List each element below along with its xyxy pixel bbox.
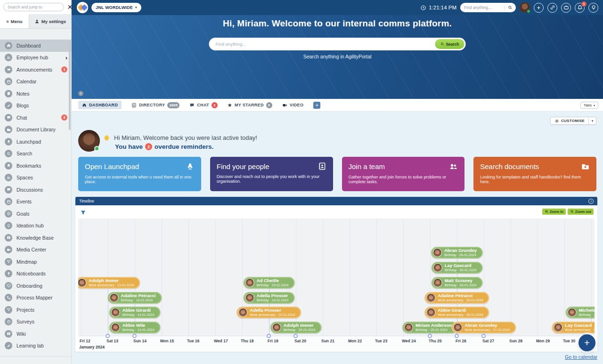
timeline-event[interactable]: Lay GascardWork anniversary · 31-01-2024	[552, 322, 595, 333]
sidebar-item-document-library[interactable]: Document Library	[0, 124, 71, 136]
directory-icon	[131, 103, 137, 108]
add-floating-button[interactable]: +	[579, 334, 595, 351]
topbar-search-input[interactable]	[460, 5, 504, 10]
info-icon[interactable]: i	[588, 199, 594, 204]
zoom-in-label: Zoom in	[550, 210, 563, 214]
avatar[interactable]	[78, 130, 100, 152]
avatar	[272, 323, 281, 332]
add-tab-button[interactable]: +	[313, 102, 320, 109]
sidebar-item-employee-hub[interactable]: Employee hub›	[0, 52, 71, 64]
search-icon[interactable]	[505, 5, 516, 10]
timeline-event[interactable]: Abran GrundeyBirthday · 26-01-2024	[431, 247, 483, 259]
sidebar-tab-menu[interactable]: ≡Menu	[0, 14, 29, 28]
app-logo[interactable]	[77, 2, 88, 13]
timeline-event[interactable]: Adella ProsserBirthday · 19-01-2024	[244, 292, 295, 304]
sidebar-item-chat[interactable]: Chat3	[0, 112, 71, 124]
ideas-button[interactable]	[588, 3, 598, 13]
sidebar-item-mindmap[interactable]: Mindmap	[0, 256, 71, 268]
notifications-button[interactable]: 1	[575, 3, 585, 13]
event-name: Adella Prosser	[257, 293, 289, 299]
sidebar-item-media-center[interactable]: Media Center	[0, 244, 71, 256]
sidebar-item-calendar[interactable]: Calendar	[0, 76, 71, 88]
timeline-event[interactable]: Adaline PetracciBirthday · 14-01-2024	[108, 292, 162, 304]
greeting-reminders[interactable]: You have 2 overdue reminders.	[115, 143, 213, 150]
sidebar-item-announcements[interactable]: Announcements1	[0, 64, 71, 76]
timeline-event[interactable]: Adolph ImmerBirthday · 20-01-2024	[270, 322, 322, 333]
org-switcher[interactable]: JNL WORDLWIDE▾	[91, 3, 141, 12]
quick-cards: Open Launchpad Get access to external to…	[78, 157, 596, 191]
timeline-event[interactable]: Abbie WileBirthday · 14-01-2024	[109, 322, 161, 333]
sidebar-tab-my-settings[interactable]: My settings	[29, 14, 71, 28]
sidebar-item-projects[interactable]: Projects	[0, 304, 71, 316]
avatar	[453, 323, 462, 332]
sidebar-item-learning-lab[interactable]: Learning lab	[0, 340, 71, 352]
timeline-event[interactable]: Adaline PetracciWork anniversary · 26-01…	[424, 292, 489, 304]
quick-links-button[interactable]	[547, 3, 557, 13]
sidebar-item-ideation-hub[interactable]: Ideation hub	[0, 220, 71, 232]
customise-button[interactable]: CUSTOMISE ▾	[550, 117, 596, 125]
sidebar-item-process-mapper[interactable]: Process Mapper	[0, 292, 71, 304]
sidebar-item-surveys[interactable]: Surveys	[0, 316, 71, 328]
zoom-out-icon	[570, 210, 574, 214]
sidebar-item-bookmarks[interactable]: Bookmarks	[0, 160, 71, 172]
sidebar-item-goals[interactable]: Goals	[0, 208, 71, 220]
sidebar-item-notes[interactable]: Notes	[0, 88, 71, 100]
card-search-documents[interactable]: Search documents Looking for templates a…	[473, 157, 596, 191]
sidebar-item-onboarding[interactable]: Onboarding	[0, 280, 71, 292]
chevron-down-icon[interactable]: ▾	[589, 119, 596, 123]
flowchart-icon	[5, 294, 12, 301]
event-name: Abbie Wile	[122, 323, 155, 328]
timeline-chart[interactable]: Adolph ImmerWork anniversary · 13-01-202…	[78, 218, 595, 336]
tab-chat[interactable]: CHAT3	[189, 102, 218, 108]
card-open-launchpad[interactable]: Open Launchpad Get access to external to…	[78, 157, 201, 191]
timeline-event[interactable]: Ad ChettleBirthday · 19-01-2024	[244, 277, 295, 289]
sidebar-item-noticeboards[interactable]: Noticeboards	[0, 268, 71, 280]
zoom-in-button[interactable]: Zoom in	[542, 209, 566, 215]
tab-video[interactable]: VIDEO	[282, 103, 304, 108]
info-icon[interactable]: i	[78, 91, 83, 96]
event-name: Adella Prosser	[250, 308, 295, 313]
hero-search-input[interactable]	[209, 41, 435, 47]
card-find-your-people[interactable]: Find your people Discover and reach out …	[210, 157, 333, 191]
timeline-event[interactable]: Abran GrundeyWork anniversary · 27-01-20…	[451, 322, 516, 333]
notification-badge: 1	[581, 1, 587, 7]
main-content: CUSTOMISE ▾ Hi Miriam, Welcome back you …	[72, 112, 603, 364]
sidebar-item-discussions[interactable]: Discussions	[0, 184, 71, 196]
timeline-event[interactable]: Lay GascardBirthday · 26-01-2024	[432, 262, 483, 274]
timeline-event[interactable]: Michele SaBirthday · 31-01-2024	[566, 307, 595, 318]
hero-search-button[interactable]: Search	[435, 39, 464, 49]
sidebar: × ≡Menu My settings Dashboard Employee h…	[0, 0, 72, 364]
tab-my-starred[interactable]: ★MY STARRED0	[228, 102, 272, 108]
sidebar-item-blogs[interactable]: Blogs	[0, 100, 71, 112]
timeline-event[interactable]: Abbie GirardiWork anniversary · 26-01-20…	[424, 307, 489, 318]
add-button[interactable]	[534, 3, 544, 13]
sidebar-item-events[interactable]: Events	[0, 196, 71, 208]
sidebar-search-input[interactable]	[3, 3, 64, 11]
timeline-event[interactable]: Miriam AndersonBirthday · 25-01-2024	[402, 322, 458, 333]
filter-icon[interactable]	[80, 208, 86, 217]
sidebar-item-knowledge-base[interactable]: Knowledge Base	[0, 232, 71, 244]
workspace-button[interactable]	[561, 3, 571, 13]
tab-dashboard[interactable]: DASHBOARD	[78, 101, 122, 109]
sidebar-item-search[interactable]: Search	[0, 148, 71, 160]
timeline-event[interactable]: Matt ScraneyBirthday · 26-01-2024	[432, 277, 483, 289]
zoom-out-button[interactable]: Zoom out	[568, 209, 594, 215]
sidebar-item-wiki[interactable]: Wiki	[0, 328, 71, 340]
close-icon[interactable]: ×	[66, 3, 74, 11]
sidebar-item-launchpad[interactable]: Launchpad	[0, 136, 71, 148]
timeline-event[interactable]: Adolph ImmerWork anniversary · 13-01-202…	[78, 277, 140, 289]
sidebar-tab-label: My settings	[41, 19, 66, 24]
sidebar-item-spaces[interactable]: Spaces	[0, 172, 71, 184]
tab-directory[interactable]: DIRECTORY3005	[131, 102, 179, 108]
avatar	[111, 308, 120, 317]
sidebar-scrollbar[interactable]	[69, 40, 71, 130]
avatar[interactable]	[520, 2, 530, 13]
go-to-calendar-link[interactable]: Go to calendar	[565, 354, 597, 360]
timeline-event[interactable]: Abbie GirardiBirthday · 14-01-2024	[109, 307, 161, 318]
card-description: Gather together and join forces to solve…	[349, 175, 458, 184]
tabs-menu-button[interactable]: Tabs▾	[580, 102, 598, 109]
timeline-axis: Fri 12 Sat 13 Sun 14 Mon 15 Tue 16 Wed 1…	[78, 336, 595, 352]
card-join-a-team[interactable]: Join a team Gather together and join for…	[342, 157, 465, 191]
sidebar-item-dashboard[interactable]: Dashboard	[0, 40, 71, 52]
timeline-event[interactable]: Adella ProsserWork anniversary · 19-01-2…	[236, 307, 301, 318]
